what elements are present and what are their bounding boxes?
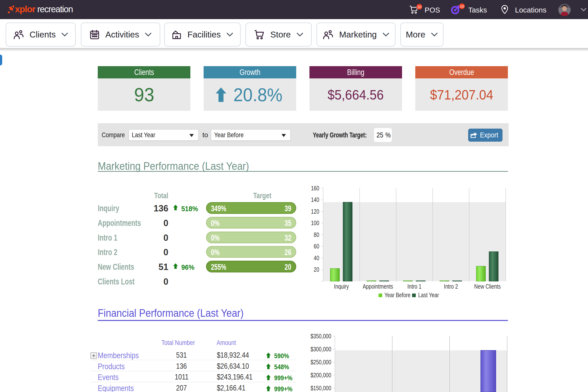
svg-text:140: 140 <box>311 196 319 203</box>
svg-text:80: 80 <box>314 231 319 238</box>
svg-text:Last Year: Last Year <box>418 292 439 299</box>
svg-text:New Clients: New Clients <box>474 283 501 290</box>
svg-text:Intro 1: Intro 1 <box>408 283 422 290</box>
svg-text:120: 120 <box>311 208 319 215</box>
svg-text:$350,000: $350,000 <box>310 333 331 340</box>
svg-text:$300,000: $300,000 <box>310 346 331 353</box>
svg-text:$150,000: $150,000 <box>310 385 331 392</box>
svg-text:20: 20 <box>314 266 319 273</box>
svg-text:40: 40 <box>314 254 319 262</box>
svg-text:Intro 2: Intro 2 <box>444 283 458 290</box>
svg-text:160: 160 <box>311 185 319 192</box>
svg-text:Appointments: Appointments <box>363 283 393 290</box>
svg-text:60: 60 <box>314 243 319 250</box>
svg-text:$250,000: $250,000 <box>310 359 331 366</box>
svg-text:$200,000: $200,000 <box>310 372 331 379</box>
svg-text:Inquiry: Inquiry <box>334 283 349 290</box>
svg-text:Year Before: Year Before <box>384 292 410 299</box>
svg-text:100: 100 <box>311 220 319 226</box>
